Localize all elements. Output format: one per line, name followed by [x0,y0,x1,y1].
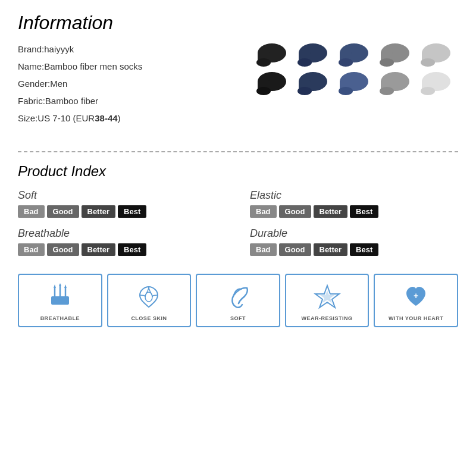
close-skin-icon [134,282,164,312]
breathable-label: Breathable [18,227,226,240]
elastic-better: Better [314,205,348,218]
with-your-heart-icon: + [401,282,431,312]
breathable-feature-label: BREATHABLE [40,315,80,321]
fabric-info: Fabric:Bamboo fiber [18,94,256,108]
sock-navy-2 [296,71,335,96]
durable-good: Good [279,243,311,256]
elastic-bad: Bad [250,205,277,218]
sock-black-2 [255,71,294,96]
soft-feature-label: SOFT [230,315,246,321]
svg-rect-30 [51,296,69,305]
durable-bad: Bad [250,243,277,256]
with-your-heart-feature-label: WITH YOUR HEART [389,315,443,321]
svg-point-29 [421,87,435,95]
feature-breathable: BREATHABLE [18,274,102,327]
size-text: Size:US 7-10 (EUR [18,113,95,123]
product-index-title: Product Index [18,163,458,180]
size-end: ) [118,113,121,123]
name-info: Name:Bamboo fiber men socks [18,60,256,74]
sock-white-2 [419,71,458,96]
svg-point-8 [339,58,353,67]
svg-point-2 [256,58,271,67]
breathable-good: Good [47,243,79,256]
product-index-grid: Soft Bad Good Better Best Elastic Bad Go… [18,189,458,256]
feature-wear-resisting: WEAR-RESISTING [285,274,369,327]
index-item-soft: Soft Bad Good Better Best [18,189,226,218]
elastic-label: Elastic [250,189,458,202]
svg-point-11 [380,58,394,67]
breathable-icon [45,282,75,312]
features-row: BREATHABLE CLOSE SKIN [18,274,458,327]
close-skin-feature-label: CLOSE SKIN [131,315,167,321]
soft-good: Good [47,205,79,218]
svg-point-26 [380,87,394,95]
info-section: Brand:haiyyyk Name:Bamboo fiber men sock… [18,42,458,129]
breathable-best: Best [118,243,146,256]
wear-resisting-feature-label: WEAR-RESISTING [302,315,353,321]
socks-row-top [255,42,458,67]
info-text: Brand:haiyyyk Name:Bamboo fiber men sock… [18,42,256,129]
size-info: Size:US 7-10 (EUR38-44) [18,111,256,126]
svg-point-14 [421,58,435,67]
soft-rating: Bad Good Better Best [18,205,226,218]
gender-info: Gender:Men [18,77,256,91]
index-item-elastic: Elastic Bad Good Better Best [250,189,458,218]
durable-rating: Bad Good Better Best [250,243,458,256]
sock-blue-2 [337,71,376,96]
brand-info: Brand:haiyyyk [18,42,256,57]
breathable-bad: Bad [18,243,45,256]
elastic-good: Good [279,205,311,218]
size-bold: 38-44 [95,113,117,123]
index-item-breathable: Breathable Bad Good Better Best [18,227,226,256]
svg-marker-35 [59,283,61,286]
svg-marker-36 [64,284,67,288]
durable-better: Better [314,243,348,256]
section-title-information: Information [18,12,458,34]
breathable-better: Better [82,243,116,256]
soft-label: Soft [18,189,226,202]
svg-point-5 [298,58,312,67]
durable-label: Durable [250,227,458,240]
elastic-best: Best [350,205,378,218]
sock-gray-1 [378,42,417,67]
wear-resisting-icon [312,282,342,312]
socks-row-bottom [255,71,458,96]
feature-close-skin: CLOSE SKIN [107,274,192,327]
svg-point-20 [298,87,312,95]
sock-blue-1 [337,42,376,67]
feature-soft: SOFT [196,274,280,327]
svg-marker-34 [54,284,56,288]
elastic-rating: Bad Good Better Best [250,205,458,218]
soft-icon [223,282,253,312]
sock-black-1 [255,42,294,67]
soft-bad: Bad [18,205,45,218]
feature-with-your-heart: + WITH YOUR HEART [374,274,458,327]
svg-point-23 [339,87,353,95]
svg-point-17 [256,87,271,95]
breathable-rating: Bad Good Better Best [18,243,226,256]
sock-gray-2 [378,71,417,96]
index-item-durable: Durable Bad Good Better Best [250,227,458,256]
soft-better: Better [82,205,116,218]
soft-best: Best [118,205,146,218]
sock-lgray-1 [419,42,458,67]
sock-navy-1 [296,42,335,67]
page: Information Brand:haiyyyk Name:Bamboo fi… [0,0,476,476]
durable-best: Best [350,243,378,256]
socks-images [256,42,458,96]
section-divider [18,151,458,152]
svg-text:+: + [414,291,418,300]
